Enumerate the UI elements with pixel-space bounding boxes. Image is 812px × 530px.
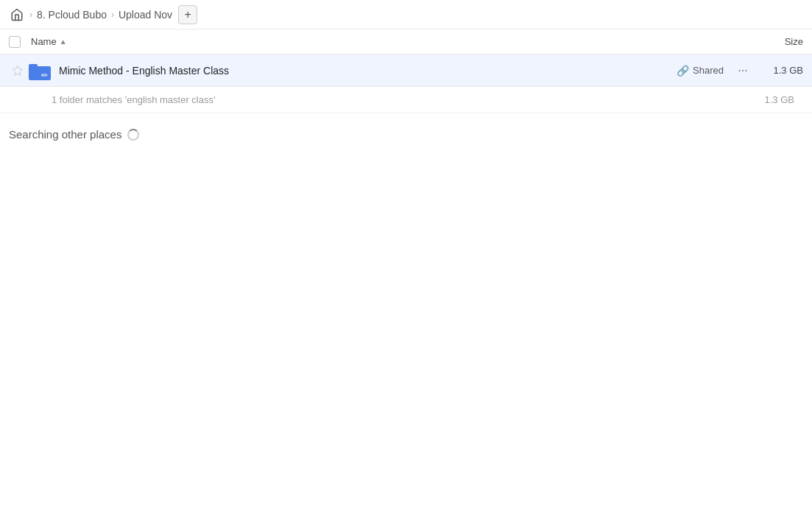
searching-label: Searching other places [9,128,803,141]
more-options-button[interactable]: ··· [732,60,753,81]
breadcrumb-item-1[interactable]: 8. Pcloud Bubo [37,9,107,21]
folder-icon: ✏ [27,60,53,81]
loading-spinner [127,129,139,141]
shared-badge: 🔗 Shared [677,65,724,77]
svg-marker-0 [13,66,22,75]
breadcrumb-sep-1: › [29,10,32,20]
file-row[interactable]: ✏ Mimic Method - English Master Class 🔗 … [0,54,812,87]
star-icon[interactable] [9,65,27,77]
match-info-row: 1 folder matches 'english master class' … [0,87,812,113]
svg-text:✏: ✏ [41,71,49,80]
breadcrumb-sep-2: › [111,10,114,20]
sort-arrow-icon: ▲ [60,38,67,46]
breadcrumb-item-2[interactable]: Upload Nov [119,9,172,21]
searching-section: Searching other places [0,113,812,155]
link-icon: 🔗 [677,65,689,77]
column-header-row: Name ▲ Size [0,29,812,54]
file-size: 1.3 GB [759,65,803,76]
add-button[interactable]: + [178,5,197,24]
svg-rect-2 [29,64,38,68]
select-all-checkbox[interactable] [9,36,21,48]
breadcrumb-bar: › 8. Pcloud Bubo › Upload Nov + [0,0,812,29]
filename-label: Mimic Method - English Master Class [59,65,677,77]
name-column-header[interactable]: Name ▲ [31,36,744,47]
home-button[interactable] [9,7,25,23]
header-checkbox-col [9,36,31,48]
size-column-header: Size [744,36,803,47]
